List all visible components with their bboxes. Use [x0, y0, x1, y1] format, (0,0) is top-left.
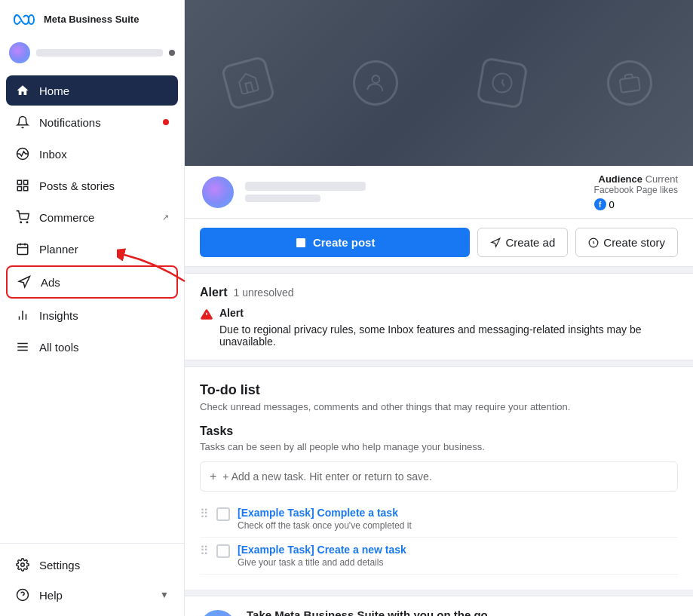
- task-item: ⠿ [Example Task] Create a new task Give …: [200, 538, 678, 575]
- sidebar-item-all-tools[interactable]: All tools: [6, 332, 178, 362]
- svg-rect-3: [17, 187, 21, 191]
- task-add-icon: +: [210, 470, 216, 483]
- task-input-row[interactable]: + + Add a new task. Hit enter or return …: [200, 461, 678, 492]
- bell-icon: [15, 115, 30, 130]
- alert-header: Alert 1 unresolved: [200, 286, 678, 299]
- svg-point-21: [372, 75, 380, 84]
- sidebar-item-planner[interactable]: Planner: [6, 234, 178, 264]
- gear-icon: [15, 557, 30, 572]
- svg-rect-7: [17, 244, 28, 255]
- user-status-dot: [169, 50, 175, 56]
- mobile-app-icon: [200, 610, 236, 617]
- create-story-button[interactable]: Create story: [575, 228, 678, 257]
- action-bar: Create post Create ad Create story: [185, 219, 693, 267]
- task-desc: Give your task a title and add details: [238, 557, 678, 568]
- audience-section: Audience Current Facebook Page likes f 0: [594, 173, 678, 210]
- audience-current: Current: [645, 173, 678, 185]
- todo-title: To-do list: [200, 382, 678, 398]
- sidebar-item-posts-stories[interactable]: Posts & stories: [6, 170, 178, 201]
- story-icon: [588, 238, 599, 248]
- sidebar-item-label: Notifications: [39, 116, 154, 129]
- task-content: [Example Task] Create a new task Give yo…: [238, 544, 678, 568]
- meta-logo-icon: [12, 12, 39, 27]
- insights-icon: [15, 308, 30, 323]
- app-title: Meta Business Suite: [44, 14, 139, 26]
- user-section[interactable]: [0, 36, 184, 69]
- svg-point-5: [20, 222, 22, 223]
- menu-icon: [15, 339, 30, 354]
- svg-rect-23: [620, 77, 640, 93]
- audience-label: Audience: [599, 173, 643, 185]
- avatar: [9, 42, 30, 63]
- planner-icon: [15, 241, 30, 256]
- sidebar-item-notifications[interactable]: Notifications: [6, 107, 178, 137]
- page-avatar: [200, 174, 236, 210]
- tasks-subtitle: Tasks can be seen by all people who help…: [200, 441, 678, 452]
- task-drag-handle[interactable]: ⠿: [200, 507, 209, 521]
- chevron-down-icon: ▼: [160, 590, 169, 600]
- alert-item: Alert Due to regional privacy rules, som…: [200, 307, 678, 348]
- alert-section: Alert 1 unresolved Alert Due to regional…: [185, 273, 693, 360]
- svg-rect-4: [24, 187, 28, 191]
- task-checkbox[interactable]: [216, 544, 230, 558]
- sidebar-item-insights[interactable]: Insights: [6, 300, 178, 330]
- user-name: [36, 49, 163, 57]
- task-input-placeholder: + Add a new task. Hit enter or return to…: [222, 470, 431, 483]
- profile-bar: Audience Current Facebook Page likes f 0: [185, 166, 693, 219]
- svg-rect-1: [17, 180, 21, 184]
- nav-items: Home Notifications Inbox Posts & stories: [0, 72, 184, 543]
- tasks-title: Tasks: [200, 424, 678, 438]
- todo-subtitle: Check unread messages, comments and othe…: [200, 401, 678, 412]
- cover-decorations: [185, 0, 693, 166]
- svg-point-6: [26, 222, 28, 223]
- sidebar-item-label: Commerce: [39, 211, 153, 224]
- sidebar-item-label: Home: [39, 84, 169, 97]
- alert-content: Alert Due to regional privacy rules, som…: [219, 307, 678, 348]
- page-name-blur: [245, 182, 366, 191]
- todo-section: To-do list Check unread messages, commen…: [185, 366, 693, 590]
- sidebar-item-label: Insights: [39, 309, 169, 322]
- alert-triangle-icon: [200, 308, 213, 321]
- sidebar-item-help[interactable]: Help ▼: [6, 580, 178, 610]
- main-content: Audience Current Facebook Page likes f 0…: [185, 0, 693, 616]
- inbox-icon: [15, 146, 30, 161]
- create-ad-button[interactable]: Create ad: [477, 228, 568, 257]
- sidebar: Meta Business Suite Home Notifications I…: [0, 0, 185, 616]
- alert-item-label: Alert: [219, 307, 678, 319]
- task-drag-handle[interactable]: ⠿: [200, 544, 209, 558]
- sidebar-item-ads[interactable]: Ads: [6, 265, 178, 299]
- cover-image: [185, 0, 693, 166]
- sidebar-item-commerce[interactable]: Commerce ↗: [6, 202, 178, 232]
- logo: Meta Business Suite: [0, 0, 184, 36]
- create-post-icon: [295, 237, 307, 249]
- home-icon: [15, 83, 30, 98]
- task-desc: Check off the task once you've completed…: [238, 520, 678, 531]
- question-icon: [15, 587, 30, 602]
- svg-rect-2: [24, 180, 28, 184]
- create-post-button[interactable]: Create post: [200, 228, 470, 257]
- alert-title: Alert: [200, 286, 227, 299]
- sidebar-item-label: Planner: [39, 243, 169, 256]
- alert-text: Due to regional privacy rules, some Inbo…: [219, 323, 678, 348]
- task-checkbox[interactable]: [216, 507, 230, 521]
- external-link-icon: ↗: [162, 213, 169, 222]
- posts-icon: [15, 178, 30, 193]
- mobile-promo-title: Take Meta Business Suite with you on the…: [247, 608, 678, 616]
- audience-count-value: 0: [609, 199, 615, 210]
- sidebar-item-home[interactable]: Home: [6, 75, 178, 106]
- megaphone-icon: [490, 238, 501, 248]
- audience-sub: Facebook Page likes: [594, 185, 678, 195]
- task-item: ⠿ [Example Task] Complete a task Check o…: [200, 501, 678, 538]
- sidebar-item-settings[interactable]: Settings: [6, 550, 178, 580]
- sidebar-item-inbox[interactable]: Inbox: [6, 139, 178, 169]
- task-title: [Example Task] Create a new task: [238, 544, 678, 556]
- mobile-promo-content: Take Meta Business Suite with you on the…: [247, 608, 678, 616]
- sidebar-item-label: Settings: [39, 559, 169, 572]
- sidebar-item-label: All tools: [39, 341, 169, 354]
- mobile-promo-section: Take Meta Business Suite with you on the…: [185, 596, 693, 616]
- ads-icon: [17, 274, 32, 290]
- alert-count: 1 unresolved: [233, 287, 293, 299]
- task-title: [Example Task] Complete a task: [238, 507, 678, 519]
- notification-badge: [163, 119, 169, 125]
- sidebar-item-label: Help: [39, 589, 151, 602]
